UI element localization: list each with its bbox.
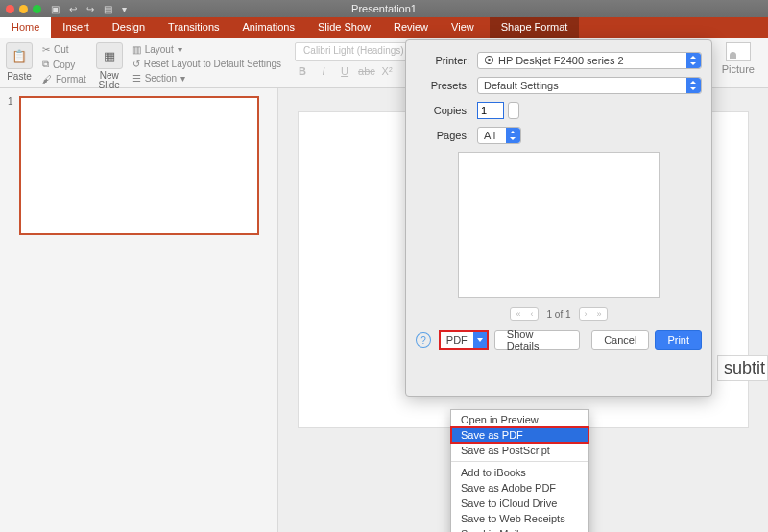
- format-buttons: B I U abc X²: [295, 65, 413, 77]
- picture-label: Picture: [722, 63, 755, 75]
- presets-select[interactable]: Default Settings: [477, 77, 702, 94]
- pager-prev[interactable]: «‹: [510, 307, 539, 321]
- superscript-button[interactable]: X²: [379, 65, 395, 77]
- quick-access-toolbar: ▣ ↩ ↪ ▤ ▾: [51, 4, 127, 14]
- new-slide-label: New Slide: [96, 71, 123, 90]
- chevron-down-icon: [473, 332, 487, 348]
- slide-thumbnail-1[interactable]: [19, 96, 259, 235]
- paste-label: Paste: [6, 71, 33, 82]
- undo-icon[interactable]: ↩: [69, 4, 77, 14]
- copies-label: Copies:: [416, 105, 469, 116]
- close-window-icon[interactable]: [6, 5, 14, 13]
- printer-select[interactable]: ⦿HP Deskjet F2400 series 2: [477, 52, 702, 69]
- menu-save-as-adobe-pdf[interactable]: Save as Adobe PDF: [451, 480, 588, 496]
- paste-group: 📋 Paste: [6, 42, 33, 82]
- font-selector[interactable]: Calibri Light (Headings): [295, 42, 413, 61]
- format-painter-button[interactable]: 🖌 Format: [42, 74, 86, 85]
- select-arrows-icon: [686, 78, 701, 93]
- tab-view[interactable]: View: [440, 17, 486, 38]
- menu-save-as-pdf[interactable]: Save as PDF: [451, 427, 588, 443]
- subtitle-placeholder[interactable]: subtit: [717, 355, 768, 381]
- new-slide-group: ▦ New Slide: [96, 42, 123, 90]
- section-button[interactable]: ☰ Section ▾: [132, 73, 281, 84]
- tab-home[interactable]: Home: [0, 17, 51, 38]
- pages-select[interactable]: All: [477, 127, 521, 144]
- underline-button[interactable]: U: [337, 65, 352, 77]
- pager-next[interactable]: ›»: [579, 307, 608, 321]
- bold-button[interactable]: B: [295, 65, 310, 77]
- copies-input[interactable]: [477, 102, 504, 119]
- tab-design[interactable]: Design: [101, 17, 156, 38]
- tab-animations[interactable]: Animations: [231, 17, 306, 38]
- strike-button[interactable]: abc: [358, 65, 373, 77]
- cut-button[interactable]: ✂ Cut: [42, 44, 86, 55]
- menu-send-in-mail[interactable]: Send in Mail: [451, 526, 588, 532]
- help-button[interactable]: ?: [416, 332, 431, 348]
- paste-icon[interactable]: 📋: [6, 42, 33, 69]
- clipboard-group: ✂ Cut ⧉ Copy 🖌 Format: [42, 42, 86, 85]
- thumbnail-number: 1: [8, 96, 13, 107]
- save-icon[interactable]: ▣: [51, 4, 60, 14]
- pages-label: Pages:: [416, 130, 469, 141]
- new-file-icon[interactable]: ▤: [104, 4, 112, 14]
- show-details-button[interactable]: Show Details: [494, 330, 580, 350]
- print-dialog: Printer: ⦿HP Deskjet F2400 series 2 Pres…: [405, 39, 712, 397]
- picture-group[interactable]: Picture: [722, 42, 755, 75]
- print-actions: ? PDF Show Details Cancel Print: [416, 330, 702, 350]
- window-controls: [6, 5, 41, 13]
- menu-save-to-web-receipts[interactable]: Save to Web Receipts: [451, 511, 588, 526]
- select-arrows-icon: [686, 53, 701, 68]
- redo-icon[interactable]: ↪: [86, 4, 94, 14]
- layout-group: ▥ Layout ▾ ↺ Reset Layout to Default Set…: [132, 42, 281, 84]
- presets-label: Presets:: [416, 80, 469, 91]
- print-button[interactable]: Print: [655, 330, 702, 350]
- tab-shape-format[interactable]: Shape Format: [490, 17, 580, 38]
- picture-icon: [726, 42, 751, 61]
- dropdown-icon[interactable]: ▾: [122, 4, 127, 14]
- tab-insert[interactable]: Insert: [51, 17, 101, 38]
- new-slide-icon[interactable]: ▦: [96, 42, 123, 69]
- print-preview: [458, 152, 660, 298]
- menu-save-to-icloud[interactable]: Save to iCloud Drive: [451, 496, 588, 511]
- menu-save-as-postscript[interactable]: Save as PostScript: [451, 443, 588, 458]
- minimize-window-icon[interactable]: [19, 5, 28, 13]
- thumbnail-panel: 1: [0, 88, 278, 532]
- page-indicator: 1 of 1: [546, 309, 570, 320]
- pdf-menu-button[interactable]: PDF: [439, 330, 489, 350]
- zoom-window-icon[interactable]: [33, 5, 41, 13]
- tab-slideshow[interactable]: Slide Show: [306, 17, 382, 38]
- tab-review[interactable]: Review: [382, 17, 440, 38]
- select-arrows-icon: [506, 128, 520, 143]
- cancel-button[interactable]: Cancel: [591, 330, 649, 350]
- copies-stepper[interactable]: [508, 102, 519, 119]
- pdf-dropdown-menu: Open in Preview Save as PDF Save as Post…: [450, 409, 589, 532]
- menu-open-in-preview[interactable]: Open in Preview: [451, 412, 588, 427]
- title-bar: ▣ ↩ ↪ ▤ ▾ Presentation1: [0, 0, 768, 17]
- menu-separator: [451, 461, 588, 462]
- menu-add-to-ibooks[interactable]: Add to iBooks: [451, 465, 588, 480]
- tab-transitions[interactable]: Transitions: [156, 17, 230, 38]
- reset-layout-button[interactable]: ↺ Reset Layout to Default Settings: [132, 59, 281, 69]
- pager: «‹ 1 of 1 ›»: [416, 307, 702, 321]
- italic-button[interactable]: I: [316, 65, 331, 77]
- printer-label: Printer:: [416, 55, 469, 66]
- layout-button[interactable]: ▥ Layout ▾: [132, 44, 281, 55]
- ribbon-tabs: Home Insert Design Transitions Animation…: [0, 17, 768, 38]
- copy-button[interactable]: ⧉ Copy: [42, 59, 86, 70]
- font-group: Calibri Light (Headings) B I U abc X²: [291, 42, 413, 77]
